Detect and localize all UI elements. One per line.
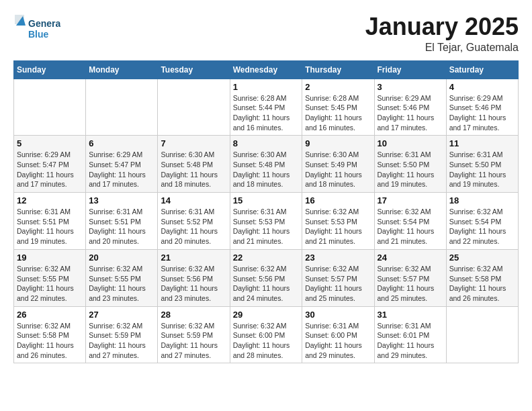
day-number: 16 — [305, 195, 371, 205]
day-number: 3 — [378, 82, 443, 92]
calendar-cell: 20Sunrise: 6:32 AMSunset: 5:55 PMDayligh… — [86, 249, 158, 306]
day-info: Sunrise: 6:29 AMSunset: 5:46 PMDaylight:… — [378, 93, 443, 133]
day-info: Sunrise: 6:31 AMSunset: 6:00 PMDaylight:… — [305, 321, 371, 361]
day-number: 28 — [161, 310, 226, 320]
calendar-header-row: Sunday Monday Tuesday Wednesday Thursday… — [14, 60, 519, 79]
calendar-cell: 5Sunrise: 6:29 AMSunset: 5:47 PMDaylight… — [14, 136, 86, 193]
calendar-cell: 9Sunrise: 6:30 AMSunset: 5:49 PMDaylight… — [302, 136, 374, 193]
day-number: 31 — [378, 310, 443, 320]
title-section: January 2025 El Tejar, Guatemala — [365, 13, 519, 54]
calendar-cell — [14, 79, 86, 136]
logo: General Blue — [13, 13, 60, 44]
calendar-cell: 25Sunrise: 6:32 AMSunset: 5:58 PMDayligh… — [446, 249, 518, 306]
calendar-table: Sunday Monday Tuesday Wednesday Thursday… — [13, 60, 519, 364]
svg-text:General: General — [28, 18, 60, 29]
day-info: Sunrise: 6:28 AMSunset: 5:44 PMDaylight:… — [233, 93, 300, 133]
col-tuesday: Tuesday — [158, 60, 230, 79]
day-number: 13 — [89, 195, 154, 205]
calendar-cell: 29Sunrise: 6:32 AMSunset: 6:00 PMDayligh… — [230, 306, 302, 363]
calendar-cell: 7Sunrise: 6:30 AMSunset: 5:48 PMDaylight… — [158, 136, 230, 193]
day-number: 2 — [305, 82, 371, 92]
day-number: 9 — [305, 138, 371, 148]
day-number: 22 — [233, 253, 300, 263]
day-info: Sunrise: 6:32 AMSunset: 5:59 PMDaylight:… — [161, 321, 226, 361]
week-row-2: 5Sunrise: 6:29 AMSunset: 5:47 PMDaylight… — [14, 136, 519, 193]
col-sunday: Sunday — [14, 60, 86, 79]
day-number: 29 — [233, 310, 300, 320]
calendar-cell: 26Sunrise: 6:32 AMSunset: 5:58 PMDayligh… — [14, 306, 86, 363]
calendar-cell: 24Sunrise: 6:32 AMSunset: 5:57 PMDayligh… — [374, 249, 446, 306]
calendar-cell: 2Sunrise: 6:28 AMSunset: 5:45 PMDaylight… — [302, 79, 374, 136]
calendar-cell: 28Sunrise: 6:32 AMSunset: 5:59 PMDayligh… — [158, 306, 230, 363]
calendar-cell: 22Sunrise: 6:32 AMSunset: 5:56 PMDayligh… — [230, 249, 302, 306]
calendar-cell: 16Sunrise: 6:32 AMSunset: 5:53 PMDayligh… — [302, 193, 374, 250]
day-number: 19 — [17, 253, 83, 263]
day-number: 1 — [233, 82, 300, 92]
day-number: 26 — [17, 310, 83, 320]
day-number: 23 — [305, 253, 371, 263]
day-number: 6 — [89, 138, 154, 148]
day-number: 7 — [161, 138, 226, 148]
day-number: 27 — [89, 310, 154, 320]
calendar-cell: 31Sunrise: 6:31 AMSunset: 6:01 PMDayligh… — [374, 306, 446, 363]
calendar-cell: 4Sunrise: 6:29 AMSunset: 5:46 PMDaylight… — [446, 79, 518, 136]
week-row-5: 26Sunrise: 6:32 AMSunset: 5:58 PMDayligh… — [14, 306, 519, 363]
day-info: Sunrise: 6:31 AMSunset: 5:50 PMDaylight:… — [449, 150, 515, 189]
day-info: Sunrise: 6:32 AMSunset: 5:58 PMDaylight:… — [449, 264, 515, 304]
day-number: 10 — [378, 138, 443, 148]
week-row-1: 1Sunrise: 6:28 AMSunset: 5:44 PMDaylight… — [14, 79, 519, 136]
day-info: Sunrise: 6:31 AMSunset: 5:51 PMDaylight:… — [89, 207, 154, 246]
day-number: 21 — [161, 253, 226, 263]
calendar-cell — [86, 79, 158, 136]
calendar-cell: 8Sunrise: 6:30 AMSunset: 5:48 PMDaylight… — [230, 136, 302, 193]
calendar-cell: 13Sunrise: 6:31 AMSunset: 5:51 PMDayligh… — [86, 193, 158, 250]
day-info: Sunrise: 6:32 AMSunset: 5:59 PMDaylight:… — [89, 321, 154, 361]
calendar-cell: 23Sunrise: 6:32 AMSunset: 5:57 PMDayligh… — [302, 249, 374, 306]
day-number: 25 — [449, 253, 515, 263]
day-info: Sunrise: 6:32 AMSunset: 5:56 PMDaylight:… — [233, 264, 300, 304]
calendar-cell: 11Sunrise: 6:31 AMSunset: 5:50 PMDayligh… — [446, 136, 518, 193]
calendar-cell: 14Sunrise: 6:31 AMSunset: 5:52 PMDayligh… — [158, 193, 230, 250]
day-number: 8 — [233, 138, 300, 148]
day-info: Sunrise: 6:32 AMSunset: 5:53 PMDaylight:… — [305, 207, 371, 246]
calendar-cell: 1Sunrise: 6:28 AMSunset: 5:44 PMDaylight… — [230, 79, 302, 136]
day-info: Sunrise: 6:29 AMSunset: 5:46 PMDaylight:… — [449, 93, 515, 133]
day-number: 12 — [17, 195, 83, 205]
day-info: Sunrise: 6:32 AMSunset: 6:00 PMDaylight:… — [233, 321, 300, 361]
day-number: 17 — [378, 195, 443, 205]
day-number: 24 — [378, 253, 443, 263]
calendar-cell: 15Sunrise: 6:31 AMSunset: 5:53 PMDayligh… — [230, 193, 302, 250]
day-info: Sunrise: 6:32 AMSunset: 5:58 PMDaylight:… — [17, 321, 83, 361]
day-number: 4 — [449, 82, 515, 92]
day-number: 11 — [449, 138, 515, 148]
day-info: Sunrise: 6:32 AMSunset: 5:57 PMDaylight:… — [378, 264, 443, 304]
day-info: Sunrise: 6:30 AMSunset: 5:48 PMDaylight:… — [161, 150, 226, 189]
week-row-3: 12Sunrise: 6:31 AMSunset: 5:51 PMDayligh… — [14, 193, 519, 250]
day-info: Sunrise: 6:32 AMSunset: 5:57 PMDaylight:… — [305, 264, 371, 304]
logo-svg: General Blue — [13, 13, 60, 44]
day-info: Sunrise: 6:29 AMSunset: 5:47 PMDaylight:… — [89, 150, 154, 189]
day-number: 18 — [449, 195, 515, 205]
calendar-cell: 10Sunrise: 6:31 AMSunset: 5:50 PMDayligh… — [374, 136, 446, 193]
col-friday: Friday — [374, 60, 446, 79]
day-info: Sunrise: 6:32 AMSunset: 5:55 PMDaylight:… — [89, 264, 154, 304]
day-info: Sunrise: 6:30 AMSunset: 5:49 PMDaylight:… — [305, 150, 371, 189]
calendar-cell: 19Sunrise: 6:32 AMSunset: 5:55 PMDayligh… — [14, 249, 86, 306]
day-info: Sunrise: 6:31 AMSunset: 5:50 PMDaylight:… — [378, 150, 443, 189]
calendar-cell: 12Sunrise: 6:31 AMSunset: 5:51 PMDayligh… — [14, 193, 86, 250]
calendar-cell: 3Sunrise: 6:29 AMSunset: 5:46 PMDaylight… — [374, 79, 446, 136]
col-monday: Monday — [86, 60, 158, 79]
calendar-cell: 27Sunrise: 6:32 AMSunset: 5:59 PMDayligh… — [86, 306, 158, 363]
col-saturday: Saturday — [446, 60, 518, 79]
day-info: Sunrise: 6:32 AMSunset: 5:55 PMDaylight:… — [17, 264, 83, 304]
day-number: 15 — [233, 195, 300, 205]
calendar-cell: 21Sunrise: 6:32 AMSunset: 5:56 PMDayligh… — [158, 249, 230, 306]
day-info: Sunrise: 6:32 AMSunset: 5:54 PMDaylight:… — [449, 207, 515, 246]
calendar-cell: 18Sunrise: 6:32 AMSunset: 5:54 PMDayligh… — [446, 193, 518, 250]
day-info: Sunrise: 6:31 AMSunset: 6:01 PMDaylight:… — [378, 321, 443, 361]
day-info: Sunrise: 6:31 AMSunset: 5:53 PMDaylight:… — [233, 207, 300, 246]
day-number: 5 — [17, 138, 83, 148]
calendar-cell: 30Sunrise: 6:31 AMSunset: 6:00 PMDayligh… — [302, 306, 374, 363]
calendar-cell: 17Sunrise: 6:32 AMSunset: 5:54 PMDayligh… — [374, 193, 446, 250]
month-title: January 2025 — [365, 13, 519, 40]
